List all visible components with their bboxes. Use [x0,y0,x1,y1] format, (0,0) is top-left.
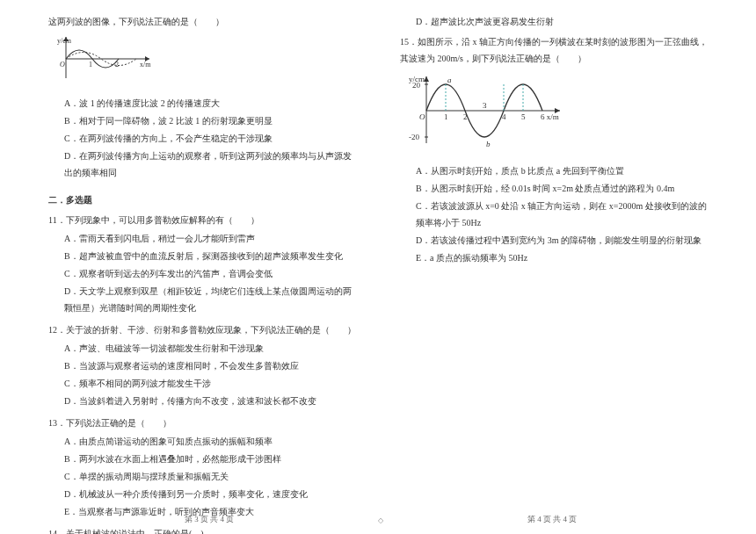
svg-text:b: b [486,140,491,148]
svg-text:1: 1 [89,61,92,69]
q10-option-c: C．在两列波传播的方向上，不会产生稳定的干涉现象 [48,130,356,147]
q10-option-b: B．相对于同一障碍物，波 2 比波 1 的衍射现象更明显 [48,112,356,129]
q12-option-a: A．声波、电磁波等一切波都能发生衍射和干涉现象 [48,340,356,357]
svg-text:O: O [60,61,65,69]
q11-option-a: A．雷雨天看到闪电后，稍过一会儿才能听到雷声 [48,230,356,247]
q10-wave-diagram: y/cm O 1 2 x/m [57,34,356,88]
q15-option-a: A．从图示时刻开始，质点 b 比质点 a 先回到平衡位置 [400,162,708,179]
q14-option-d: D．超声波比次声波更容易发生衍射 [400,13,708,30]
svg-text:O: O [419,112,425,121]
q11-option-d: D．天文学上观察到双星（相距较近，均绕它们连线上某点做圆周运动的两颗恒星）光谱随… [48,283,356,316]
q11-stem: 11．下列现象中，可以用多普勒效应解释的有（ ） [48,212,356,228]
q13-stem: 13．下列说法正确的是（ ） [48,415,356,431]
section-2-title: 二．多选题 [48,191,356,208]
svg-text:3: 3 [483,101,487,110]
q12-option-c: C．频率不相同的两列波才能发生干涉 [48,375,356,392]
q15-wave-diagram: y/cm 20 -20 O 1 2 3 4 5 6 x/m a b [409,71,708,155]
footer-page-right: 第 4 页 共 4 页 [527,512,577,527]
q13-option-c: C．单摆的振动周期与摆球质量和振幅无关 [48,468,356,485]
question-12: 12．关于波的折射、干涉、衍射和多普勒效应现象，下列说法正确的是（ ） A．声波… [48,321,356,409]
svg-text:4: 4 [502,112,506,121]
q11-option-b: B．超声波被血管中的血流反射后，探测器接收到的超声波频率发生变化 [48,248,356,264]
question-11: 11．下列现象中，可以用多普勒效应解释的有（ ） A．雷雨天看到闪电后，稍过一会… [48,212,356,316]
q11-option-c: C．观察者听到远去的列车发出的汽笛声，音调会变低 [48,265,356,282]
svg-text:x/m: x/m [140,61,151,69]
svg-text:5: 5 [521,112,526,121]
q12-option-d: D．当波斜着进入另射时，传播方向不改变，波速和波长都不改变 [48,393,356,409]
left-column: 这两列波的图像，下列说法正确的是（ ） y/cm O 1 2 x/m A．波 1… [35,13,378,512]
svg-text:6 x/m: 6 x/m [541,112,559,121]
q12-stem: 12．关于波的折射、干涉、衍射和多普勒效应现象，下列说法正确的是（ ） [48,321,356,338]
q15-stem: 15．如图所示，沿 x 轴正方向传播的一列横波在某时刻的波形图为一正弦曲线，其波… [400,33,708,67]
q10-stem: 这两列波的图像，下列说法正确的是（ ） [48,13,356,30]
question-15: 15．如图所示，沿 x 轴正方向传播的一列横波在某时刻的波形图为一正弦曲线，其波… [400,33,708,266]
q15-option-e: E．a 质点的振动频率为 50Hz [400,249,708,266]
svg-text:y/cm: y/cm [57,37,72,45]
svg-text:2: 2 [463,112,468,121]
svg-text:a: a [447,76,452,84]
q10-option-d: D．在两列波传播方向上运动的观察者，听到这两列波的频率均与从声源发出的频率相同 [48,148,356,181]
q13-option-b: B．两列水波在水面上相遇叠加时，必然能形成干涉图样 [48,451,356,467]
q15-option-d: D．若该波传播过程中遇到宽约为 3m 的障碍物，则能发生明显的衍射现象 [400,232,708,249]
svg-text:2: 2 [115,61,119,69]
footer-page-left: 第 3 页 共 4 页 [185,512,234,527]
svg-text:1: 1 [444,112,448,121]
q13-option-a: A．由质点简谐运动的图象可知质点振动的振幅和频率 [48,433,356,450]
right-column: D．超声波比次声波更容易发生衍射 15．如图所示，沿 x 轴正方向传播的一列横波… [378,13,721,512]
question-13: 13．下列说法正确的是（ ） A．由质点简谐运动的图象可知质点振动的振幅和频率 … [48,415,356,520]
question-10-continued: 这两列波的图像，下列说法正确的是（ ） y/cm O 1 2 x/m A．波 1… [48,13,356,181]
svg-text:20: 20 [412,81,421,90]
q15-option-b: B．从图示时刻开始，经 0.01s 时间 x=2m 处质点通过的路程为 0.4m [400,180,708,197]
q10-option-a: A．波 1 的传播速度比波 2 的传播速度大 [48,95,356,112]
q13-option-d: D．机械波从一种介质传播到另一介质时，频率变化，速度变化 [48,486,356,502]
q12-option-b: B．当波源与观察者运动的速度相同时，不会发生多普勒效应 [48,357,356,374]
q15-option-c: C．若该波波源从 x=0 处沿 x 轴正方向运动，则在 x=2000m 处接收到… [400,198,708,231]
svg-text:-20: -20 [409,133,419,141]
footer-separator-icon: ◇ [378,514,383,527]
